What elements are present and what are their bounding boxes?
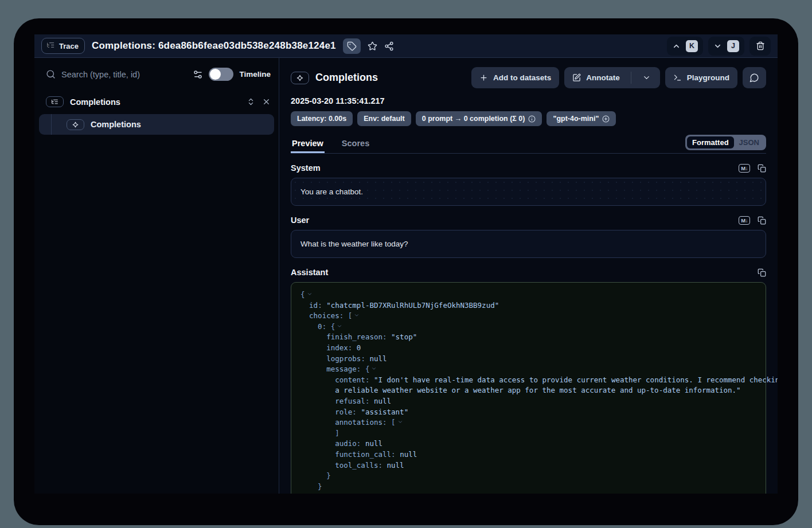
tree-root-item[interactable]: Completions [46,96,271,107]
format-toggle-json[interactable]: JSON [734,136,764,148]
chevron-down-icon[interactable] [352,311,360,320]
code-line: } [300,482,756,492]
markdown-toggle-icon[interactable]: M↓ [739,164,750,173]
star-button[interactable] [368,41,377,51]
timeline-toggle[interactable] [209,68,233,81]
env-label: Env: default [364,115,405,123]
tag-button[interactable] [343,38,361,54]
unfold-vertical-icon[interactable] [247,97,255,106]
chevron-down-icon[interactable] [396,418,403,427]
format-toggle: Formatted JSON [685,135,766,150]
code-line: ] [300,428,756,439]
button-divider [631,72,631,84]
copy-icon[interactable] [758,164,766,173]
code-line: index: 0 [300,343,756,354]
tree-item-completions-selected[interactable]: Completions [39,114,274,135]
plus-icon [479,73,488,82]
tab-bar: Preview Scores Formatted JSON [291,135,766,154]
generation-badge [67,119,84,130]
toggle-knob [210,69,221,80]
user-heading: User [291,216,309,225]
code-line: { [300,290,756,300]
user-section: User M↓ What is the weather like today? [291,216,766,258]
chevron-down-icon [713,42,722,50]
code-line: tool_calls: null [300,460,756,471]
annotate-split-button[interactable]: Annotate [564,67,660,88]
keycap-k: K [686,40,698,52]
system-section: System M↓ You are a chatbot. [291,163,766,206]
delete-trace-button[interactable] [749,37,771,56]
list-tree-icon [46,41,55,51]
info-icon [528,115,536,123]
star-icon [368,41,377,51]
chevron-up-icon [672,42,681,50]
share-icon [384,41,394,51]
generation-icon [72,121,79,128]
plus-circle-icon [602,115,610,123]
model-label: "gpt-4o-mini" [553,115,599,123]
tab-preview[interactable]: Preview [291,139,325,153]
code-line: ] [300,492,756,494]
assistant-section: Assistant { id: "chatcmpl-BD7XRulRhULb7N… [291,268,766,494]
trash-icon [756,41,765,50]
list-tree-icon [51,98,58,105]
chevron-down-icon [642,73,651,82]
system-heading: System [291,163,321,173]
chevron-down-icon[interactable] [305,290,313,299]
prev-item-button[interactable]: K [667,37,703,56]
code-line: role: "assistant" [300,407,756,418]
tab-scores[interactable]: Scores [341,139,370,153]
share-button[interactable] [384,41,394,51]
observation-title: Completions [315,72,378,84]
add-to-datasets-label: Add to datasets [493,73,551,82]
copy-icon[interactable] [758,216,766,225]
generation-icon [296,74,304,82]
observation-detail-panel: Completions Add to datasets Annotate [279,58,778,494]
comments-button[interactable] [743,67,766,88]
assistant-json-viewer[interactable]: { id: "chatcmpl-BD7XRulRhULb7NjGfeOkhN3B… [291,282,766,494]
add-to-datasets-button[interactable]: Add to datasets [471,67,559,88]
tree-root-label: Completions [70,97,120,107]
assistant-heading: Assistant [291,268,328,277]
terminal-icon [673,73,682,82]
annotate-dropdown-button[interactable] [638,73,652,82]
collapse-all-icon[interactable] [262,97,271,106]
generation-badge [291,72,309,84]
timestamp: 2025-03-20 11:35:41.217 [291,96,766,105]
tag-icon [347,41,357,51]
token-usage-badge[interactable]: 0 prompt → 0 completion (Σ 0) [416,111,542,126]
filter-sliders-icon[interactable] [193,69,203,80]
next-item-button[interactable]: J [708,37,744,56]
playground-label: Playground [687,73,729,82]
trace-badge-label: Trace [59,42,79,50]
copy-icon[interactable] [758,268,766,277]
message-circle-icon [749,73,759,83]
latency-label: Latency: 0.00s [297,115,346,123]
annotate-label: Annotate [586,73,620,82]
system-message-box: You are a chatbot. [291,178,766,206]
title-bar: Trace Completions: 6dea86b6feae03db538e2… [34,34,778,58]
window-frame: Trace Completions: 6dea86b6feae03db538e2… [14,18,798,525]
annotate-pen-icon [572,73,581,82]
trace-tree-sidebar: Timeline Completions Com [34,58,279,494]
code-line: a reliable weather website or a weather … [300,385,756,396]
code-line: message: { [300,364,756,375]
code-line: annotations: [ [300,417,756,428]
search-input[interactable] [61,70,187,79]
env-badge: Env: default [357,111,411,126]
format-toggle-formatted[interactable]: Formatted [687,136,734,148]
trace-type-badge: Trace [41,38,85,54]
user-message-text: What is the weather like today? [300,240,408,248]
model-badge[interactable]: "gpt-4o-mini" [546,111,616,126]
code-line: finish_reason: "stop" [300,332,756,343]
chevron-down-icon[interactable] [369,365,377,373]
code-line: logprobs: null [300,354,756,365]
system-message-text: You are a chatbot. [300,187,363,196]
markdown-toggle-icon[interactable]: M↓ [739,216,750,225]
code-line: refusal: null [300,396,756,407]
chevron-down-icon[interactable] [335,322,342,331]
keycap-j: J [727,40,739,52]
latency-badge: Latency: 0.00s [291,111,353,126]
user-message-box: What is the weather like today? [291,230,766,258]
playground-button[interactable]: Playground [665,67,737,88]
